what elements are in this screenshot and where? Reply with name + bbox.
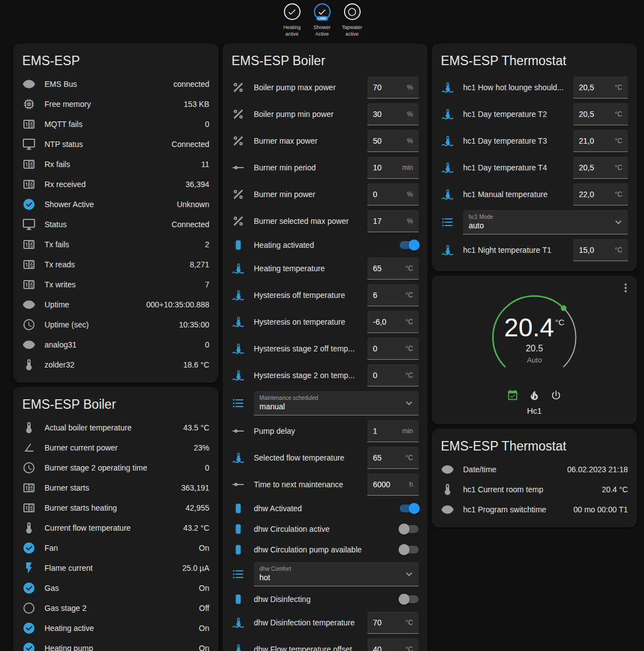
number-input[interactable]: 17 % — [367, 210, 419, 232]
toggle-switch[interactable] — [400, 525, 419, 533]
control-row[interactable]: dhw Activated dhw Activated — [232, 498, 419, 518]
entity-row[interactable]: Tx fails 2 — [22, 234, 209, 254]
control-row[interactable]: Pump delay 1 min Pump delay 1 — [232, 418, 419, 444]
control-row[interactable]: Heating temperature 65 °C Heating temper… — [232, 255, 419, 282]
number-input[interactable]: 65 °C — [367, 257, 419, 280]
control-row[interactable]: hc1 How hot lounge should... 20,5 °C hc1… — [441, 74, 628, 101]
number-input[interactable]: 30 % — [367, 103, 419, 125]
control-label: Boiler pump min power — [254, 110, 367, 119]
entity-row[interactable]: Heating pump On — [22, 638, 209, 651]
entity-row[interactable]: MQTT fails 0 — [22, 114, 209, 134]
entity-row[interactable]: Heating active On — [22, 618, 209, 638]
flame-icon[interactable] — [528, 389, 540, 402]
number-input[interactable]: 6 °C — [367, 284, 419, 306]
control-row[interactable]: hc1 Mode auto hc1 Mode auto — [441, 208, 628, 237]
control-row[interactable]: hc1 Day temperature T2 20,5 °C hc1 Day t… — [441, 101, 628, 128]
entity-row[interactable]: hc1 Program switchtime 00 mo 00:00 T1 — [441, 500, 628, 520]
toggle-switch[interactable] — [400, 595, 419, 603]
entity-row[interactable]: Uptime 000+10:35:00.888 — [22, 295, 209, 315]
entity-row[interactable]: Date/time 06.02.2023 21:18 — [441, 459, 628, 479]
control-row[interactable]: dhw Flow temperature offset 40 °C dhw Fl… — [232, 636, 419, 651]
entity-row[interactable]: EMS Bus connected — [22, 74, 209, 94]
control-row[interactable]: hc1 Night temperature T1 15,0 °C hc1 Nig… — [441, 237, 628, 263]
control-row[interactable]: Burner min power 0 % Burner min power 0 — [232, 181, 419, 208]
number-input[interactable]: 21,0 °C — [573, 130, 628, 152]
number-input[interactable]: 65 °C — [367, 447, 419, 469]
entity-row[interactable]: Gas stage 2 Off — [22, 598, 209, 618]
control-row[interactable]: hc1 Day temperature T3 21,0 °C hc1 Day t… — [441, 128, 628, 154]
control-row[interactable]: Boiler pump min power 30 % Boiler pump m… — [232, 101, 419, 128]
number-input[interactable]: 40 °C — [367, 638, 419, 651]
entity-row[interactable]: hc1 Current room temp 20.4 °C — [441, 479, 628, 500]
number-input[interactable]: 20,5 °C — [573, 76, 628, 99]
control-row[interactable]: dhw Comfort hot dhw Comfort hot — [232, 560, 419, 589]
entity-row[interactable]: zolder32 18.6 °C — [22, 355, 209, 375]
control-row[interactable]: Burner max power 50 % Burner max power 5… — [232, 128, 419, 154]
entity-row[interactable]: NTP status Connected — [22, 134, 209, 154]
control-row[interactable]: dhw Circulation active dhw Circulation a… — [232, 518, 419, 539]
number-input[interactable]: 1 min — [367, 420, 419, 442]
entity-row[interactable]: Fan On — [22, 538, 209, 558]
entity-row[interactable]: Rx fails 11 — [22, 154, 209, 174]
entity-row[interactable]: Actual boiler temperature 43.5 °C — [22, 418, 209, 438]
number-input[interactable]: 22,0 °C — [573, 183, 628, 205]
number-input[interactable]: 15,0 °C — [573, 239, 628, 261]
toggle-switch[interactable] — [400, 505, 419, 512]
number-input[interactable]: 20,5 °C — [573, 156, 628, 179]
control-row[interactable]: hc1 Manual temperature 22,0 °C hc1 Manua… — [441, 181, 628, 208]
number-input[interactable]: 10 min — [367, 156, 419, 179]
glance-badge[interactable]: Tapwateractive — [340, 3, 365, 40]
toggle-switch[interactable] — [400, 546, 419, 554]
entity-row[interactable]: Tx reads 8,271 — [22, 254, 209, 275]
control-row[interactable]: Hysteresis stage 2 on temp... 0 °C Hyste… — [232, 362, 419, 389]
number-input[interactable]: 6000 h — [367, 473, 419, 496]
control-row[interactable]: Boiler pump max power 70 % Boiler pump m… — [232, 74, 419, 101]
control-row[interactable]: dhw Disinfection temperature 70 °C dhw D… — [232, 609, 419, 636]
number-input[interactable]: 70 °C — [367, 611, 419, 634]
control-row[interactable]: dhw Disinfecting dhw Disinfecting — [232, 589, 419, 609]
calendar-check-icon[interactable] — [507, 389, 519, 402]
glance-badge[interactable]: LINKShowerActive — [309, 3, 335, 40]
power-icon[interactable] — [550, 389, 562, 402]
check-circle-icon — [22, 621, 36, 635]
toggle-switch[interactable] — [400, 241, 419, 249]
control-row[interactable]: Maintenance scheduled manual Maintenance… — [232, 389, 419, 418]
entity-row[interactable]: Free memory 153 KB — [22, 94, 209, 114]
glance-badge[interactable]: Heatingactive — [279, 3, 305, 40]
number-input[interactable]: 0 °C — [367, 364, 419, 386]
entity-row[interactable]: Burner stage 2 operating time 0 — [22, 458, 209, 478]
entity-row[interactable]: analog31 0 — [22, 335, 209, 355]
number-input[interactable]: 0 % — [367, 183, 419, 205]
control-row[interactable]: dhw Circulation pump available dhw Circu… — [232, 539, 419, 560]
control-row[interactable]: Burner selected max power 17 % Burner se… — [232, 208, 419, 234]
select-input[interactable]: Maintenance scheduled manual — [254, 391, 419, 415]
entity-row[interactable]: Tx writes 7 — [22, 275, 209, 295]
entity-row[interactable]: Status Connected — [22, 214, 209, 234]
entity-row[interactable]: Rx received 36,394 — [22, 174, 209, 194]
entity-row[interactable]: Gas On — [22, 578, 209, 598]
number-input[interactable]: 50 % — [367, 130, 419, 152]
entity-row[interactable]: Current flow temperature 43.2 °C — [22, 518, 209, 538]
number-input[interactable]: 20,5 °C — [573, 103, 628, 125]
thermostat-dial[interactable]: 20.4°C 20.5 Auto — [483, 286, 586, 385]
entity-row[interactable]: Shower Active Unknown — [22, 194, 209, 214]
entity-row[interactable]: Burner current power 23% — [22, 438, 209, 458]
control-row[interactable]: hc1 Day temperature T4 20,5 °C hc1 Day t… — [441, 154, 628, 181]
number-input[interactable]: -6,0 °C — [367, 311, 419, 333]
control-row[interactable]: Burner min period 10 min Burner min peri… — [232, 154, 419, 181]
number-input[interactable]: 0 °C — [367, 337, 419, 360]
select-input[interactable]: dhw Comfort hot — [254, 562, 419, 586]
control-row[interactable]: Heating activated Heating activated — [232, 234, 419, 255]
entity-row[interactable]: Uptime (sec) 10:35:00 — [22, 315, 209, 335]
control-row[interactable]: Selected flow temperature 65 °C Selected… — [232, 444, 419, 471]
control-row[interactable]: Hysteresis stage 2 off temp... 0 °C Hyst… — [232, 335, 419, 362]
control-row[interactable]: Hysteresis off temperature 6 °C Hysteres… — [232, 282, 419, 309]
select-input[interactable]: hc1 Mode auto — [463, 210, 628, 234]
control-row[interactable]: Time to next maintenance 6000 h Time to … — [232, 471, 419, 498]
entity-row[interactable]: Burner starts 363,191 — [22, 478, 209, 498]
control-row[interactable]: Hysteresis on temperature -6,0 °C Hyster… — [232, 309, 419, 335]
entity-row[interactable]: Flame current 25.0 µA — [22, 558, 209, 578]
number-input[interactable]: 70 % — [367, 76, 419, 99]
overflow-menu-icon[interactable] — [619, 281, 632, 295]
entity-row[interactable]: Burner starts heating 42,955 — [22, 498, 209, 518]
